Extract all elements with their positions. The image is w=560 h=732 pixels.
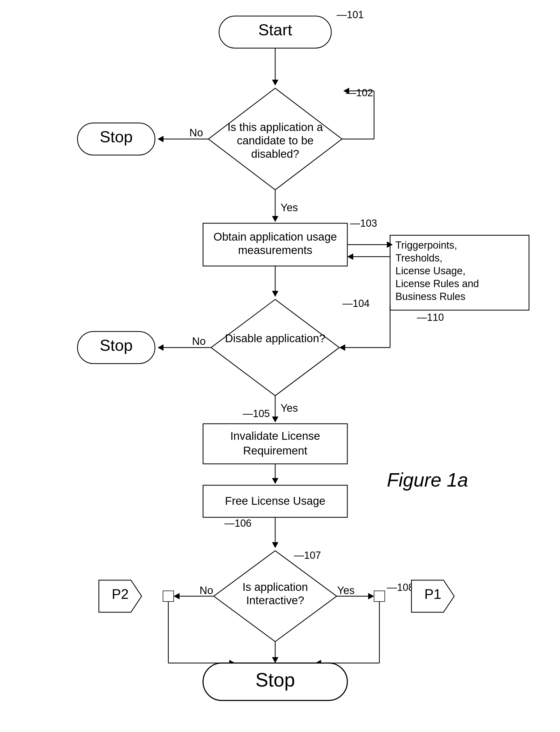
ref-105-label: —105 [243, 408, 270, 419]
svg-rect-38 [163, 591, 174, 602]
diamond104-line1: Disable application? [225, 332, 325, 344]
ref-107: —107 [294, 550, 321, 561]
box105-node: Invalidate License Requirement [203, 424, 347, 464]
ref-103: —103 [350, 218, 377, 229]
p2-label: P2 [112, 586, 129, 602]
no2-label: No [192, 335, 206, 347]
ref-106: —106 [224, 518, 251, 529]
yes1-label: Yes [281, 201, 298, 213]
ref-101: —101 [337, 9, 364, 20]
box103-line1: Obtain application usage [213, 230, 337, 243]
box110-line3: License Usage, [395, 265, 465, 276]
svg-rect-34 [374, 591, 385, 602]
box110-line2: Tresholds, [395, 252, 442, 263]
stop3-label: Stop [255, 669, 295, 691]
stop3-node: Stop [203, 663, 347, 700]
yes2-label: Yes [281, 402, 298, 414]
diamond107-line2: Interactive? [246, 594, 304, 607]
diamond1-line2: candidate to be [237, 134, 313, 147]
stop1-label: Stop [100, 128, 133, 146]
diamond1-line1: Is this application a [227, 121, 323, 133]
start-label: Start [258, 21, 292, 39]
box110-line5: Business Rules [395, 291, 465, 302]
no3-label: No [200, 584, 213, 596]
diamond107-line1: Is application [242, 581, 308, 593]
box105-line2: Requirement [243, 444, 308, 457]
no1-label: No [189, 127, 203, 138]
ref-108: —108 [387, 582, 414, 593]
diamond1-line3: disabled? [251, 148, 299, 160]
box105-line1: Invalidate License [230, 430, 320, 442]
stop2-label: Stop [100, 336, 133, 354]
p1-label: P1 [424, 586, 441, 602]
ref-104: —104 [343, 298, 370, 309]
diagram-container: Start —101 Is this application a candida… [0, 0, 560, 732]
stop1-node: Stop [77, 123, 155, 155]
yes3-label: Yes [337, 584, 355, 596]
ref-110: —110 [417, 312, 444, 323]
ref-102: —102 [346, 87, 373, 98]
box110-line4: License Rules and [395, 278, 479, 289]
box110-node: Triggerpoints, Tresholds, License Usage,… [390, 235, 529, 323]
stop2-node: Stop [77, 331, 155, 363]
box103-line2: measurements [238, 244, 312, 256]
box106-label: Free License Usage [225, 495, 325, 507]
box110-line1: Triggerpoints, [395, 239, 457, 251]
figure-label: Figure 1a [387, 469, 468, 491]
